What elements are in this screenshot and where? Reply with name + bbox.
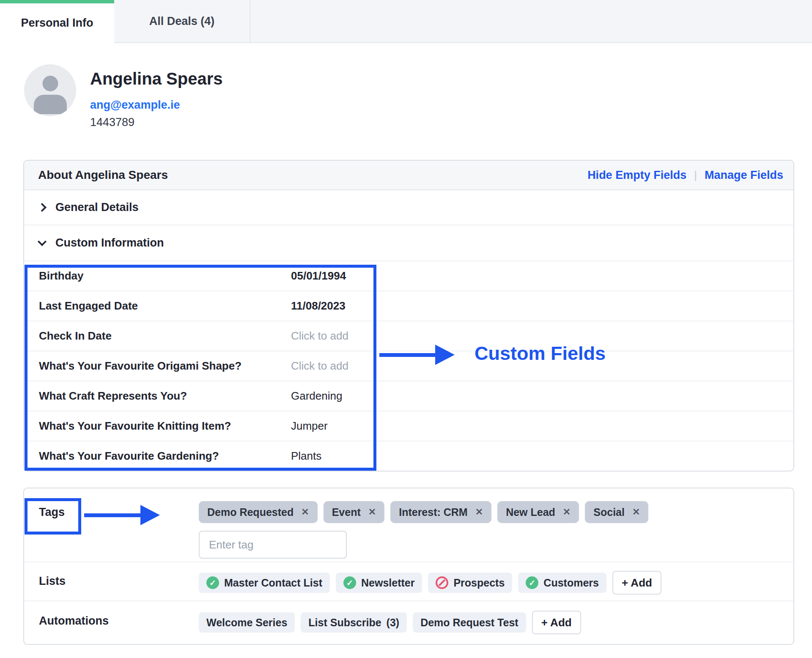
- subscribed-check-icon: ✓: [526, 576, 538, 589]
- list-chip-list: ✓ Master Contact List ✓ Newsletter Prosp…: [199, 571, 793, 595]
- field-row-knitting-item: What's Your Favourite Knitting Item? Jum…: [24, 411, 793, 441]
- tag-chip[interactable]: Demo Requested ✕: [199, 501, 318, 523]
- manage-fields-link[interactable]: Manage Fields: [705, 169, 783, 182]
- contact-header: Angelina Spears ang@example.ie 1443789: [24, 64, 812, 129]
- tag-chip-label: Demo Requested: [207, 506, 294, 518]
- field-value[interactable]: Jumper: [291, 419, 328, 433]
- tab-all-deals-label: All Deals (4): [149, 15, 215, 28]
- field-label: What Craft Represents You?: [24, 389, 291, 403]
- automation-chip-list: Welcome Series List Subscribe (3) Demo R…: [199, 611, 793, 634]
- subscribed-check-icon: ✓: [343, 576, 356, 589]
- tag-chip[interactable]: Interest: CRM ✕: [390, 501, 491, 523]
- field-label: What's Your Favourite Origami Shape?: [24, 359, 291, 373]
- list-chip[interactable]: Prospects: [428, 573, 512, 593]
- automation-chip-label: Welcome Series: [206, 617, 287, 629]
- tag-chip-list: Demo Requested ✕ Event ✕ Interest: CRM ✕…: [199, 501, 776, 523]
- avatar-person-icon-body: [34, 95, 67, 114]
- add-list-button[interactable]: + Add: [612, 571, 661, 595]
- about-panel-title: About Angelina Spears: [38, 168, 168, 182]
- tab-all-deals[interactable]: All Deals (4): [114, 0, 250, 43]
- field-row-last-engaged-date: Last Engaged Date 11/08/2023: [24, 291, 793, 321]
- automation-chip[interactable]: Welcome Series: [199, 612, 295, 633]
- automation-chip-count: (3): [387, 617, 400, 629]
- list-chip[interactable]: ✓ Customers: [518, 573, 606, 593]
- tab-personal-info-label: Personal Info: [21, 16, 93, 30]
- tag-chip[interactable]: Event ✕: [324, 501, 385, 523]
- tag-chip[interactable]: Social ✕: [585, 501, 648, 523]
- contact-name: Angelina Spears: [90, 69, 222, 88]
- section-custom-information-label: Custom Information: [55, 236, 164, 249]
- field-value-click-to-add[interactable]: Click to add: [291, 329, 348, 343]
- list-chip-label: Newsletter: [361, 577, 414, 589]
- list-chip[interactable]: ✓ Master Contact List: [199, 573, 330, 593]
- field-row-origami-shape: What's Your Favourite Origami Shape? Cli…: [24, 351, 793, 381]
- field-label: What's Your Favourite Gardening?: [24, 450, 291, 463]
- section-general-details[interactable]: General Details: [24, 190, 793, 225]
- engagement-panel: Tags Demo Requested ✕ Event ✕ Interest: …: [23, 488, 794, 645]
- remove-tag-icon[interactable]: ✕: [632, 507, 640, 518]
- enter-tag-input[interactable]: [199, 531, 347, 559]
- section-general-details-label: General Details: [55, 201, 139, 214]
- remove-tag-icon[interactable]: ✕: [368, 507, 376, 518]
- links-divider: |: [694, 169, 697, 182]
- tab-personal-info[interactable]: Personal Info: [0, 0, 114, 43]
- tag-chip[interactable]: New Lead ✕: [497, 501, 579, 523]
- add-automation-button[interactable]: + Add: [532, 611, 581, 634]
- field-value-click-to-add[interactable]: Click to add: [291, 359, 348, 373]
- remove-tag-icon[interactable]: ✕: [475, 507, 483, 518]
- remove-tag-icon[interactable]: ✕: [301, 507, 309, 518]
- about-panel: About Angelina Spears Hide Empty Fields …: [23, 160, 794, 472]
- field-row-gardening: What's Your Favourite Gardening? Plants: [24, 441, 793, 471]
- automations-row: Automations Welcome Series List Subscrib…: [24, 600, 793, 644]
- tags-body: Demo Requested ✕ Event ✕ Interest: CRM ✕…: [199, 501, 793, 559]
- contact-page: Personal Info All Deals (4) Angelina Spe…: [0, 0, 812, 658]
- lists-label: Lists: [24, 571, 199, 591]
- automation-chip-label: Demo Request Test: [420, 617, 518, 629]
- tag-chip-label: Interest: CRM: [399, 506, 468, 518]
- field-label: Birthday: [24, 269, 291, 282]
- about-panel-actions: Hide Empty Fields | Manage Fields: [587, 169, 783, 182]
- automation-chip[interactable]: List Subscribe (3): [301, 612, 407, 633]
- field-row-craft: What Craft Represents You? Gardening: [24, 381, 793, 411]
- about-panel-header: About Angelina Spears Hide Empty Fields …: [24, 161, 793, 190]
- contact-identity: Angelina Spears ang@example.ie 1443789: [90, 64, 222, 129]
- automation-chip-label: List Subscribe: [308, 617, 381, 629]
- avatar: [24, 64, 76, 116]
- field-value[interactable]: Plants: [291, 450, 321, 463]
- tag-chip-label: New Lead: [506, 506, 555, 518]
- tab-bar: Personal Info All Deals (4): [0, 0, 812, 43]
- tags-row: Tags Demo Requested ✕ Event ✕ Interest: …: [24, 488, 793, 562]
- list-chip-label: Prospects: [453, 577, 505, 589]
- tab-bar-filler: [250, 0, 812, 43]
- field-row-check-in-date: Check In Date Click to add: [24, 321, 793, 351]
- field-value[interactable]: 05/01/1994: [291, 269, 346, 282]
- avatar-person-icon: [42, 76, 58, 91]
- hide-empty-fields-link[interactable]: Hide Empty Fields: [587, 169, 686, 182]
- lists-row: Lists ✓ Master Contact List ✓ Newsletter…: [24, 562, 793, 600]
- list-chip-label: Master Contact List: [224, 577, 322, 589]
- subscribed-check-icon: ✓: [206, 576, 219, 589]
- section-custom-information[interactable]: Custom Information: [24, 225, 793, 260]
- unsubscribed-ban-icon: [436, 576, 448, 589]
- remove-tag-icon[interactable]: ✕: [563, 507, 571, 518]
- field-row-birthday: Birthday 05/01/1994: [24, 260, 793, 291]
- chevron-down-icon: [38, 237, 47, 246]
- tags-label: Tags: [24, 501, 199, 523]
- contact-email-link[interactable]: ang@example.ie: [90, 99, 222, 112]
- field-label: Check In Date: [24, 329, 291, 343]
- field-value[interactable]: 11/08/2023: [291, 299, 346, 313]
- field-label: What's Your Favourite Knitting Item?: [24, 419, 291, 433]
- automation-chip[interactable]: Demo Request Test: [413, 612, 526, 633]
- field-label: Last Engaged Date: [24, 299, 291, 313]
- list-chip[interactable]: ✓ Newsletter: [336, 573, 422, 593]
- field-value[interactable]: Gardening: [291, 389, 342, 403]
- list-chip-label: Customers: [543, 577, 599, 589]
- contact-id: 1443789: [90, 116, 222, 129]
- tag-chip-label: Event: [332, 506, 361, 518]
- automations-label: Automations: [24, 611, 199, 631]
- chevron-right-icon: [38, 203, 47, 212]
- tag-chip-label: Social: [593, 506, 625, 518]
